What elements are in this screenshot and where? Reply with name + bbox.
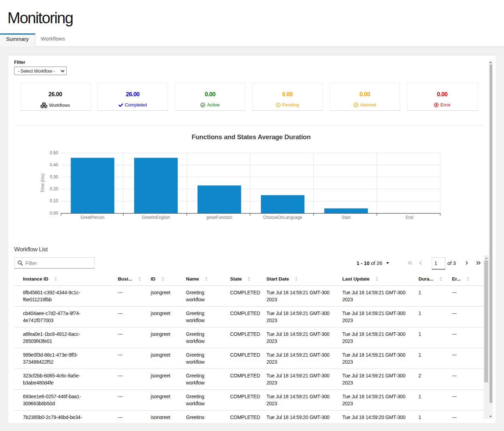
svg-text:0.20: 0.20 xyxy=(50,186,58,191)
svg-text:Time (ms): Time (ms) xyxy=(40,173,45,193)
svg-text:0.10: 0.10 xyxy=(50,198,58,203)
svg-text:End: End xyxy=(406,215,413,220)
svg-text:GreetPerson: GreetPerson xyxy=(80,215,104,220)
svg-text:0.40: 0.40 xyxy=(50,162,58,167)
svg-text:0.00: 0.00 xyxy=(50,211,58,216)
svg-text:0.30: 0.30 xyxy=(50,174,58,179)
svg-text:GreetInEnglish: GreetInEnglish xyxy=(142,215,170,220)
svg-text:ChooseOnLanguage: ChooseOnLanguage xyxy=(263,215,302,220)
svg-text:greetFunction: greetFunction xyxy=(206,215,232,220)
svg-text:Start: Start xyxy=(341,215,351,220)
svg-text:Functions and States Average D: Functions and States Average Duration xyxy=(192,133,311,141)
svg-text:0.50: 0.50 xyxy=(50,150,58,155)
